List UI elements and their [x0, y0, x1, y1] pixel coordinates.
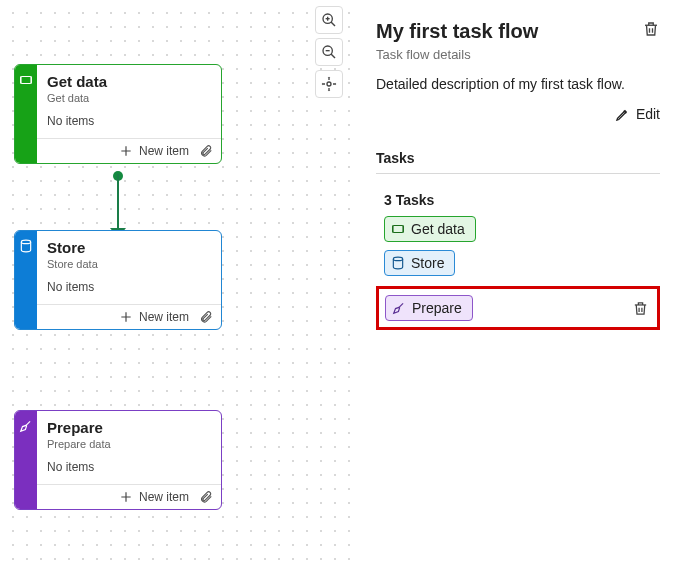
node-subtitle: Store data — [47, 258, 211, 270]
node-title: Prepare — [47, 419, 211, 436]
svg-rect-20 — [393, 226, 404, 233]
attach-button[interactable] — [199, 144, 213, 158]
new-item-button[interactable]: New item — [119, 144, 189, 158]
delete-task-button[interactable] — [632, 300, 649, 317]
attach-button[interactable] — [199, 310, 213, 324]
edit-label: Edit — [636, 106, 660, 122]
plus-icon — [119, 490, 133, 504]
new-item-label: New item — [139, 310, 189, 324]
attach-button[interactable] — [199, 490, 213, 504]
node-stripe — [15, 65, 37, 163]
node-subtitle: Get data — [47, 92, 211, 104]
zoom-out-icon — [321, 44, 337, 60]
node-store[interactable]: Store Store data No items New item — [14, 230, 222, 330]
node-stripe — [15, 411, 37, 509]
tasks-heading: Tasks — [376, 150, 660, 174]
task-chip-get-data[interactable]: Get data — [384, 216, 476, 242]
delete-flow-button[interactable] — [642, 20, 660, 38]
scroll-icon — [19, 73, 33, 87]
details-panel: My first task flow Task flow details Det… — [370, 0, 678, 566]
svg-line-1 — [331, 22, 335, 26]
selected-task-row: Prepare — [376, 286, 660, 330]
plus-icon — [119, 144, 133, 158]
task-chip-label: Store — [411, 255, 444, 271]
zoom-in-button[interactable] — [315, 6, 343, 34]
move-icon — [321, 76, 337, 92]
paperclip-icon — [199, 144, 213, 158]
svg-line-5 — [331, 54, 335, 58]
database-icon — [19, 239, 33, 253]
panel-title: My first task flow — [376, 20, 538, 43]
panel-description: Detailed description of my first task fl… — [376, 76, 660, 92]
fit-view-button[interactable] — [315, 70, 343, 98]
node-stripe — [15, 231, 37, 329]
node-subtitle: Prepare data — [47, 438, 211, 450]
node-title: Store — [47, 239, 211, 256]
panel-subtitle: Task flow details — [376, 47, 538, 62]
zoom-toolbar — [315, 6, 343, 98]
flow-canvas[interactable]: Get data Get data No items New item — [0, 0, 355, 566]
node-prepare[interactable]: Prepare Prepare data No items New item — [14, 410, 222, 510]
broom-icon — [19, 419, 33, 433]
node-title: Get data — [47, 73, 211, 90]
zoom-in-icon — [321, 12, 337, 28]
zoom-out-button[interactable] — [315, 38, 343, 66]
trash-icon — [632, 300, 649, 317]
svg-point-7 — [327, 82, 331, 86]
node-empty-text: No items — [47, 460, 211, 474]
node-empty-text: No items — [47, 114, 211, 128]
new-item-label: New item — [139, 490, 189, 504]
tasks-count: 3 Tasks — [376, 192, 660, 208]
node-empty-text: No items — [47, 280, 211, 294]
node-get-data[interactable]: Get data Get data No items New item — [14, 64, 222, 164]
plus-icon — [119, 310, 133, 324]
task-chip-label: Get data — [411, 221, 465, 237]
pencil-icon — [615, 107, 630, 122]
new-item-button[interactable]: New item — [119, 310, 189, 324]
connector-line — [117, 174, 119, 232]
svg-rect-8 — [21, 77, 32, 84]
new-item-button[interactable]: New item — [119, 490, 189, 504]
broom-icon — [392, 301, 406, 315]
trash-icon — [642, 20, 660, 38]
new-item-label: New item — [139, 144, 189, 158]
scroll-icon — [391, 222, 405, 236]
svg-point-23 — [393, 257, 402, 261]
paperclip-icon — [199, 490, 213, 504]
svg-point-13 — [21, 240, 30, 244]
task-chip-label: Prepare — [412, 300, 462, 316]
task-chip-prepare[interactable]: Prepare — [385, 295, 473, 321]
task-chip-store[interactable]: Store — [384, 250, 455, 276]
database-icon — [391, 256, 405, 270]
edit-button[interactable]: Edit — [615, 106, 660, 122]
paperclip-icon — [199, 310, 213, 324]
